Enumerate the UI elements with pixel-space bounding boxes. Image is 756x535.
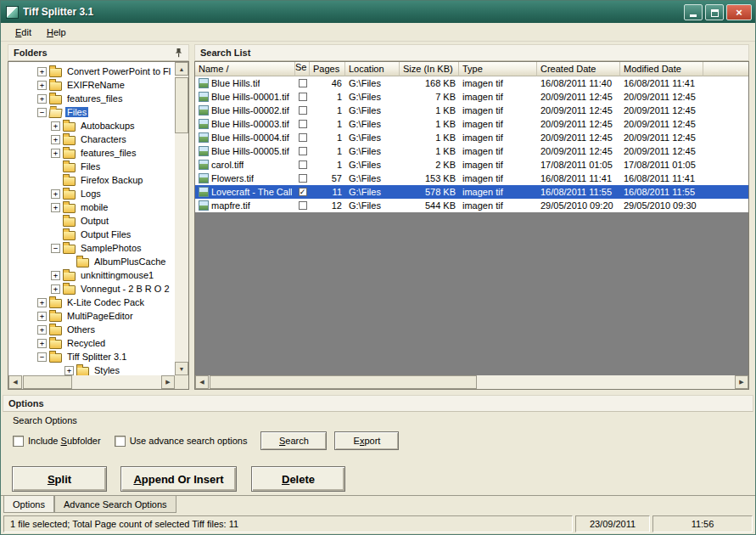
tree-item-files[interactable]: −Files bbox=[8, 105, 175, 119]
row-checkbox[interactable] bbox=[299, 147, 307, 155]
column-header-modified-date[interactable]: Modified Date bbox=[620, 62, 703, 76]
file-row-blue-hills-00003-tif[interactable]: Blue Hills-00003.tif1G:\Files1 KBimagen … bbox=[195, 117, 748, 131]
column-header-se[interactable]: Se bbox=[295, 62, 310, 76]
file-row-blue-hills-00002-tif[interactable]: Blue Hills-00002.tif1G:\Files1 KBimagen … bbox=[195, 104, 748, 117]
minimize-button[interactable] bbox=[684, 4, 703, 20]
scroll-up-icon[interactable]: ▲ bbox=[175, 62, 188, 76]
tree-item-convert-powerpoint-to-fl[interactable]: +Convert PowerPoint to Fl bbox=[8, 65, 175, 78]
row-checkbox[interactable] bbox=[299, 201, 307, 210]
tree-vscroll-thumb[interactable] bbox=[175, 77, 188, 133]
file-row-blue-hills-tif[interactable]: Blue Hills.tif46G:\Files168 KBimagen tif… bbox=[195, 76, 748, 90]
tree-item-k-lite-codec-pack[interactable]: +K-Lite Codec Pack bbox=[8, 296, 175, 309]
tree-item-output-files[interactable]: Output Files bbox=[8, 228, 175, 241]
expand-icon[interactable]: + bbox=[51, 271, 60, 280]
tree-item-firefox-backup[interactable]: Firefox Backup bbox=[8, 173, 175, 187]
use-advance-search-checkbox[interactable]: Use advance search options bbox=[115, 436, 248, 447]
tree-item-recycled[interactable]: +Recycled bbox=[8, 336, 175, 350]
file-row-mapfre-tif[interactable]: mapfre.tif12G:\Files544 KBimagen tif29/0… bbox=[195, 199, 748, 212]
tree-item-exifrename[interactable]: +EXIFReName bbox=[8, 78, 175, 92]
scroll-left-icon[interactable]: ◀ bbox=[195, 375, 209, 389]
column-header-size-in-kb[interactable]: Size (In KB) bbox=[400, 62, 459, 76]
scroll-right-icon[interactable]: ▶ bbox=[735, 375, 748, 389]
close-button[interactable]: × bbox=[726, 4, 752, 20]
tree-vertical-scrollbar[interactable]: ▲ ▼ bbox=[175, 62, 188, 375]
row-checkbox[interactable] bbox=[299, 133, 307, 142]
collapse-icon[interactable]: − bbox=[51, 244, 60, 253]
scroll-left-icon[interactable]: ◀ bbox=[8, 375, 22, 389]
collapse-icon[interactable]: − bbox=[37, 108, 47, 117]
tree-hscroll-thumb[interactable] bbox=[23, 375, 72, 389]
file-row-blue-hills-00005-tif[interactable]: Blue Hills-00005.tif1G:\Files1 KBimagen … bbox=[195, 144, 748, 158]
pin-icon[interactable] bbox=[174, 48, 183, 58]
column-header-pages[interactable]: Pages bbox=[310, 62, 345, 76]
expand-icon[interactable]: + bbox=[51, 149, 60, 158]
size-cell: 2 KB bbox=[400, 158, 459, 172]
expand-icon[interactable]: + bbox=[37, 81, 47, 90]
tree-item-features-files[interactable]: +features_files bbox=[8, 146, 175, 160]
column-header-type[interactable]: Type bbox=[459, 62, 537, 76]
expand-icon[interactable]: + bbox=[51, 189, 60, 199]
tab-options[interactable]: Options bbox=[3, 496, 54, 513]
expand-icon[interactable]: + bbox=[37, 67, 47, 76]
list-horizontal-scrollbar[interactable]: ◀ ▶ bbox=[195, 375, 748, 389]
expand-icon[interactable]: + bbox=[51, 284, 60, 294]
tree-item-files[interactable]: Files bbox=[8, 160, 175, 173]
expand-icon[interactable]: + bbox=[51, 135, 60, 144]
checkbox-icon[interactable] bbox=[13, 436, 24, 447]
tree-item-characters[interactable]: +Characters bbox=[8, 132, 175, 146]
row-checkbox[interactable] bbox=[299, 93, 307, 101]
list-hscroll-thumb[interactable] bbox=[210, 375, 477, 389]
restore-button[interactable] bbox=[705, 4, 724, 20]
tree-item-tiff-splitter-3-1[interactable]: −Tiff Splitter 3.1 bbox=[8, 350, 175, 363]
scroll-down-icon[interactable]: ▼ bbox=[175, 362, 188, 375]
tree-item-logs[interactable]: +Logs bbox=[8, 187, 175, 200]
tab-advance-search-options[interactable]: Advance Search Options bbox=[54, 496, 176, 513]
tree-item-styles[interactable]: +Styles bbox=[8, 363, 175, 375]
row-checkbox[interactable] bbox=[299, 79, 307, 87]
include-subfolder-checkbox[interactable]: Include Subfolder bbox=[13, 436, 101, 447]
expand-icon[interactable]: + bbox=[37, 325, 47, 335]
expand-icon[interactable]: + bbox=[37, 94, 47, 104]
tree-item-autobackups[interactable]: +Autobackups bbox=[8, 119, 175, 132]
scroll-right-icon[interactable]: ▶ bbox=[161, 375, 175, 389]
delete-button[interactable]: Delete bbox=[251, 466, 345, 492]
tree-item-unknittingmouse1[interactable]: +unknittingmouse1 bbox=[8, 268, 175, 282]
row-checkbox[interactable]: ✓ bbox=[299, 188, 307, 196]
tree-horizontal-scrollbar[interactable]: ◀ ▶ bbox=[8, 375, 175, 389]
export-button[interactable]: Export bbox=[334, 431, 399, 450]
row-checkbox[interactable] bbox=[299, 120, 307, 128]
expand-icon[interactable]: + bbox=[37, 312, 47, 321]
tree-item-samplephotos[interactable]: −SamplePhotos bbox=[8, 241, 175, 255]
file-row-flowers-tif[interactable]: Flowers.tif57G:\Files153 KBimagen tif16/… bbox=[195, 172, 748, 185]
row-checkbox[interactable] bbox=[299, 174, 307, 183]
split-button[interactable]: Split bbox=[12, 466, 107, 492]
expand-icon[interactable]: + bbox=[51, 203, 60, 212]
file-row-blue-hills-00004-tif[interactable]: Blue Hills-00004.tif1G:\Files1 KBimagen … bbox=[195, 131, 748, 144]
tree-item-vonnegut-2-b-r-o-2[interactable]: +Vonnegut - 2 B R O 2 bbox=[8, 282, 175, 296]
collapse-icon[interactable]: − bbox=[37, 352, 47, 362]
menu-help[interactable]: Help bbox=[39, 25, 74, 40]
file-row-blue-hills-00001-tif[interactable]: Blue Hills-00001.tif1G:\Files7 KBimagen … bbox=[195, 90, 748, 104]
column-header-created-date[interactable]: Created Date bbox=[537, 62, 620, 76]
expand-icon[interactable]: + bbox=[51, 121, 60, 131]
menu-edit[interactable]: Edit bbox=[8, 25, 39, 40]
expand-icon[interactable]: + bbox=[64, 366, 74, 375]
tree-item-features-files[interactable]: +features_files bbox=[8, 92, 175, 105]
file-row-lovecraft-the-call[interactable]: Lovecraft - The Call✓11G:\Files578 KBima… bbox=[195, 185, 748, 199]
checkbox-icon[interactable] bbox=[115, 436, 126, 447]
tree-item-multipageeditor[interactable]: +MultiPageEditor bbox=[8, 309, 175, 323]
tree-item-others[interactable]: +Others bbox=[8, 323, 175, 336]
expand-icon[interactable]: + bbox=[37, 339, 47, 348]
file-row-carol-tiff[interactable]: carol.tiff1G:\Files2 KBimagen tif17/08/2… bbox=[195, 158, 748, 172]
scrollbar-corner bbox=[175, 375, 188, 389]
tree-item-albumpluscache[interactable]: AlbumPlusCache bbox=[8, 255, 175, 268]
expand-icon[interactable]: + bbox=[37, 298, 47, 307]
row-checkbox[interactable] bbox=[299, 106, 307, 115]
column-header-name[interactable]: Name / bbox=[195, 62, 295, 76]
tree-item-mobile[interactable]: +mobile bbox=[8, 200, 175, 214]
row-checkbox[interactable] bbox=[299, 160, 307, 169]
append-or-insert-button[interactable]: Append Or Insert bbox=[120, 466, 237, 492]
tree-item-output[interactable]: Output bbox=[8, 214, 175, 228]
column-header-location[interactable]: Location bbox=[345, 62, 400, 76]
search-button[interactable]: Search bbox=[260, 431, 327, 450]
